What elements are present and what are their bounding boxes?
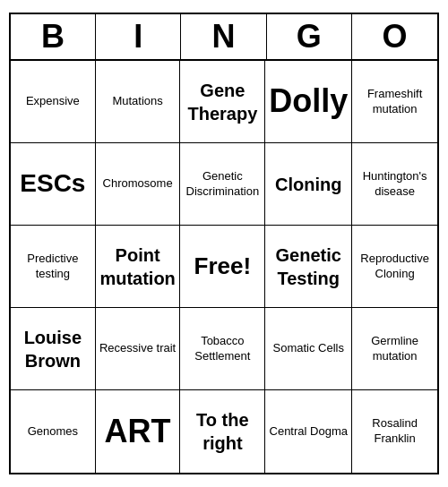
cell-text: Frameshift mutation bbox=[356, 87, 434, 117]
cell-text: Free! bbox=[194, 252, 252, 282]
cell-text: Recessive trait bbox=[99, 341, 176, 356]
bingo-cell[interactable]: Genetic Discrimination bbox=[180, 143, 265, 226]
cell-text: Predictive testing bbox=[14, 252, 91, 282]
bingo-cell[interactable]: Cloning bbox=[265, 143, 352, 226]
header-letter: O bbox=[352, 14, 437, 59]
bingo-cell[interactable]: Predictive testing bbox=[11, 226, 96, 308]
cell-text: Gene Therapy bbox=[184, 79, 261, 125]
cell-text: Genetic Testing bbox=[269, 244, 348, 290]
bingo-cell[interactable]: Point mutation bbox=[96, 226, 181, 308]
bingo-cell[interactable]: Genetic Testing bbox=[265, 226, 352, 308]
cell-text: Central Dogma bbox=[270, 424, 348, 440]
cell-text: Mutations bbox=[112, 94, 162, 109]
cell-text: ESCs bbox=[20, 167, 85, 200]
bingo-cell[interactable]: Genomes bbox=[11, 390, 96, 473]
cell-text: Reproductive Cloning bbox=[356, 252, 434, 282]
cell-text: Louise Brown bbox=[14, 326, 91, 372]
bingo-cell[interactable]: ESCs bbox=[11, 143, 96, 226]
bingo-header: BINGO bbox=[11, 14, 437, 61]
bingo-cell[interactable]: Mutations bbox=[96, 61, 181, 143]
cell-text: Rosalind Franklin bbox=[356, 416, 434, 447]
header-letter: I bbox=[96, 14, 181, 59]
cell-text: ART bbox=[105, 411, 171, 453]
cell-text: Cloning bbox=[275, 173, 341, 196]
cell-text: Genetic Discrimination bbox=[184, 169, 261, 200]
bingo-cell[interactable]: Huntington's disease bbox=[352, 143, 437, 226]
bingo-cell[interactable]: Dolly bbox=[265, 61, 352, 143]
bingo-cell[interactable]: Gene Therapy bbox=[180, 61, 265, 143]
bingo-cell[interactable]: Rosalind Franklin bbox=[352, 390, 437, 473]
bingo-cell[interactable]: Chromosome bbox=[96, 143, 181, 226]
bingo-cell[interactable]: Central Dogma bbox=[265, 390, 352, 473]
bingo-cell[interactable]: Germline mutation bbox=[352, 308, 437, 390]
bingo-cell[interactable]: Tobacco Settlement bbox=[180, 308, 265, 390]
bingo-cell[interactable]: To the right bbox=[180, 390, 265, 473]
cell-text: Huntington's disease bbox=[356, 169, 434, 200]
cell-text: Dolly bbox=[269, 81, 348, 123]
bingo-cell[interactable]: Louise Brown bbox=[11, 308, 96, 390]
cell-text: Chromosome bbox=[103, 176, 173, 192]
header-letter: G bbox=[267, 14, 352, 59]
header-letter: B bbox=[11, 14, 96, 59]
cell-text: Somatic Cells bbox=[273, 341, 344, 356]
bingo-cell[interactable]: Recessive trait bbox=[96, 308, 181, 390]
cell-text: To the right bbox=[184, 408, 261, 455]
bingo-cell[interactable]: Frameshift mutation bbox=[352, 61, 437, 143]
bingo-cell[interactable]: Expensive bbox=[11, 61, 96, 143]
cell-text: Genomes bbox=[28, 424, 78, 440]
cell-text: Germline mutation bbox=[356, 334, 434, 364]
bingo-cell[interactable]: ART bbox=[96, 390, 181, 473]
bingo-grid: ExpensiveMutationsGene TherapyDollyFrame… bbox=[11, 61, 437, 473]
bingo-cell[interactable]: Free! bbox=[180, 226, 265, 308]
bingo-card: BINGO ExpensiveMutationsGene TherapyDoll… bbox=[9, 13, 439, 474]
bingo-cell[interactable]: Somatic Cells bbox=[265, 308, 352, 390]
cell-text: Expensive bbox=[26, 94, 80, 109]
header-letter: N bbox=[181, 14, 266, 59]
bingo-cell[interactable]: Reproductive Cloning bbox=[352, 226, 437, 308]
cell-text: Tobacco Settlement bbox=[184, 334, 261, 364]
cell-text: Point mutation bbox=[99, 244, 177, 290]
